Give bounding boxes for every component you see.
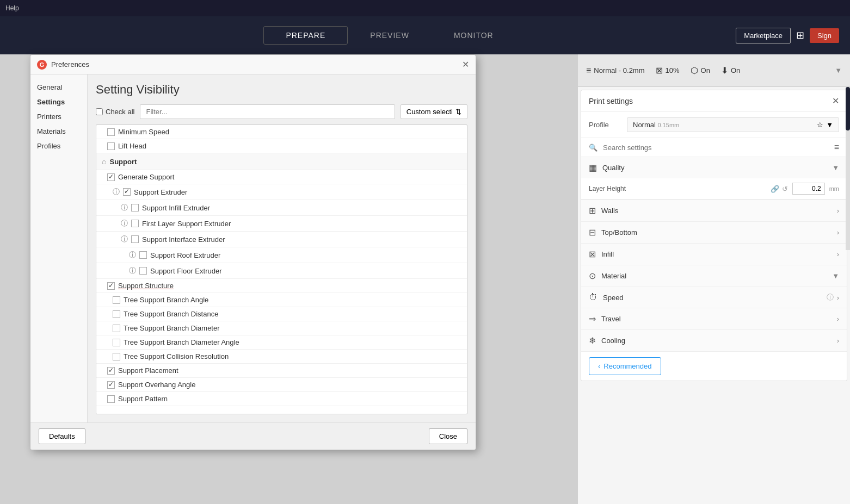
minimum-speed-checkbox[interactable] (107, 128, 115, 136)
material-chevron-icon: ▼ (832, 272, 839, 280)
sidebar-item-general[interactable]: General (30, 80, 87, 95)
support-extruder-checkbox[interactable] (123, 188, 131, 196)
nav-tab-prepare[interactable]: PREPARE (263, 26, 348, 45)
generate-support-checkbox[interactable] (107, 173, 115, 181)
walls-group-header[interactable]: ⊞ Walls › (581, 200, 847, 221)
grid-icon[interactable]: ⊞ (796, 29, 804, 41)
check-all-text: Check all (106, 108, 134, 116)
support-infill-extruder-checkbox[interactable] (131, 204, 139, 211)
link-icon[interactable]: 🔗 (771, 185, 779, 193)
support-pattern-label: Support Pattern (118, 395, 168, 403)
support-structure-checkbox[interactable] (107, 282, 115, 290)
nav-tab-preview[interactable]: PREVIEW (348, 26, 432, 45)
support-floor-extruder-label: Support Floor Extruder (150, 267, 222, 275)
list-item-tree-branch-distance: Tree Support Branch Distance (96, 307, 467, 321)
infill-group-header[interactable]: ⊠ Infill › (581, 244, 847, 265)
support-roof-extruder-checkbox[interactable] (139, 251, 147, 259)
custom-select-button[interactable]: Custom selecti ⇅ (401, 104, 467, 119)
sif-extruder-info-icon: ⓘ (121, 234, 128, 244)
tree-branch-angle-label: Tree Support Branch Angle (124, 296, 208, 304)
settings-sliders-icon: ≡ (586, 66, 591, 76)
list-item-minimum-speed: Minimum Speed (96, 125, 467, 139)
menu-help[interactable]: Help (5, 4, 19, 12)
walls-chevron-icon: › (837, 207, 839, 215)
nav-tab-monitor[interactable]: MONITOR (432, 26, 516, 45)
search-settings-input[interactable] (603, 144, 829, 152)
support-interface-extruder-checkbox[interactable] (131, 235, 139, 243)
cooling-chevron-icon: › (837, 337, 839, 345)
list-item-first-layer-support: ⓘ First Layer Support Extruder (96, 216, 467, 232)
print-header: ≡ Normal - 0.2mm ⊠ 10% ⬡ On ⬇ On ▼ (578, 54, 850, 87)
quality-icon: ▦ (589, 163, 597, 173)
list-item-support-structure: Support Structure (96, 279, 467, 293)
list-item-support-infill-extruder: ⓘ Support Infill Extruder (96, 200, 467, 216)
infill-value-label: 10% (666, 66, 680, 74)
topbottom-group-header[interactable]: ⊟ Top/Bottom › (581, 222, 847, 243)
layer-height-unit: mm (829, 185, 839, 192)
sign-button[interactable]: Sign (810, 28, 839, 43)
infill-label: Infill (601, 250, 614, 258)
filter-icon[interactable]: ≡ (834, 142, 839, 152)
profile-header-item: ≡ Normal - 0.2mm (586, 66, 645, 76)
right-scrollbar[interactable] (846, 87, 850, 250)
tree-branch-angle-checkbox[interactable] (113, 296, 120, 304)
dialog-close-button[interactable]: ✕ (462, 59, 469, 70)
dialog-footer: Defaults Close (30, 422, 476, 450)
main-area: ≡ Normal - 0.2mm ⊠ 10% ⬡ On ⬇ On ▼ Print… (0, 54, 850, 504)
tree-branch-diameter-angle-checkbox[interactable] (113, 339, 120, 346)
sidebar-item-printers[interactable]: Printers (30, 109, 87, 124)
list-item-support-placement: Support Placement (96, 364, 467, 378)
close-button[interactable]: Close (429, 428, 467, 444)
support-overhang-angle-label: Support Overhang Angle (118, 381, 195, 389)
marketplace-button[interactable]: Marketplace (736, 28, 791, 43)
support-structure-label: Support Structure (118, 282, 174, 290)
right-scrollbar-thumb[interactable] (846, 87, 850, 130)
dialog-titlebar: G Preferences ✕ (30, 55, 476, 74)
reset-icon[interactable]: ↺ (782, 185, 788, 193)
lift-head-checkbox[interactable] (107, 142, 115, 150)
check-all-label[interactable]: Check all (96, 108, 134, 116)
recommended-button[interactable]: ‹ Recommended (589, 357, 661, 375)
dialog-title: Preferences (51, 60, 89, 69)
star-icon[interactable]: ☆ (817, 121, 823, 129)
material-group-header[interactable]: ⊙ Material ▼ (581, 265, 847, 287)
tree-branch-distance-checkbox[interactable] (113, 310, 120, 318)
sidebar-item-settings[interactable]: Settings (30, 95, 87, 109)
support-section-label: Support (109, 158, 137, 166)
travel-icon: ⇒ (589, 314, 596, 324)
layer-height-input[interactable] (792, 183, 825, 195)
list-item-support-floor-extruder: ⓘ Support Floor Extruder (96, 263, 467, 279)
speed-label: Speed (603, 294, 624, 302)
support-header-item: ⬡ On (691, 65, 710, 76)
list-item-generate-support: Generate Support (96, 170, 467, 184)
quality-group-header[interactable]: ▦ Quality ▼ (581, 157, 847, 178)
print-settings-close[interactable]: ✕ (832, 96, 839, 106)
expand-icon[interactable]: ▼ (835, 66, 842, 74)
topbottom-chevron-icon: › (837, 228, 839, 237)
tree-branch-diameter-checkbox[interactable] (113, 325, 120, 332)
sidebar-item-profiles[interactable]: Profiles (30, 139, 87, 153)
defaults-button[interactable]: Defaults (39, 428, 85, 444)
list-item-support-interface-extruder: ⓘ Support Interface Extruder (96, 232, 467, 247)
check-all-checkbox[interactable] (96, 108, 103, 115)
cooling-group-header[interactable]: ❄ Cooling › (581, 330, 847, 351)
tree-collision-resolution-checkbox[interactable] (113, 353, 120, 360)
chevron-down-icon[interactable]: ▼ (826, 121, 833, 129)
list-item-tree-branch-angle: Tree Support Branch Angle (96, 293, 467, 307)
sidebar-item-materials[interactable]: Materials (30, 124, 87, 139)
support-floor-extruder-checkbox[interactable] (139, 267, 147, 275)
support-pattern-checkbox[interactable] (107, 395, 115, 403)
first-layer-support-checkbox[interactable] (131, 220, 139, 227)
tree-collision-resolution-label: Tree Support Collision Resolution (124, 352, 229, 360)
profile-name: Normal (633, 121, 656, 129)
speed-info-icon[interactable]: ⓘ (827, 293, 834, 302)
chevron-up-down-icon: ⇅ (455, 108, 461, 116)
recommended-label: Recommended (603, 362, 651, 370)
profile-select[interactable]: Normal 0.15mm ☆ ▼ (627, 117, 839, 132)
support-placement-checkbox[interactable] (107, 367, 115, 375)
support-overhang-angle-checkbox[interactable] (107, 381, 115, 389)
speed-group-header[interactable]: ⏱ Speed ⓘ › (581, 287, 847, 308)
travel-group-header[interactable]: ⇒ Travel › (581, 308, 847, 329)
filter-input[interactable] (140, 104, 395, 119)
list-item-tree-collision-resolution: Tree Support Collision Resolution (96, 350, 467, 364)
